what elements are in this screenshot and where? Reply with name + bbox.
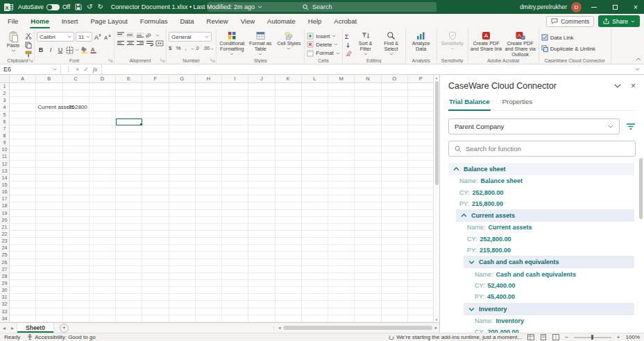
grid-cell-d24[interactable] (90, 245, 116, 252)
grid-cell-d19[interactable] (90, 210, 116, 217)
grid-cell-e6[interactable] (116, 119, 142, 125)
grid-cell-f27[interactable] (142, 266, 169, 273)
grid-cell-m26[interactable] (328, 259, 355, 266)
autosave-switch[interactable] (46, 4, 60, 10)
grid-cell-n17[interactable] (355, 195, 381, 202)
grid-cell-b18[interactable] (36, 202, 62, 209)
comments-button[interactable]: Comments (546, 16, 594, 27)
grid-cell-o7[interactable] (382, 125, 408, 132)
grid-cell-j29[interactable] (248, 280, 275, 287)
grid-cell-g7[interactable] (169, 125, 196, 132)
grid-cell-l24[interactable] (302, 245, 328, 252)
grid-cell-h6[interactable] (196, 119, 222, 125)
wrap-text-icon[interactable] (146, 40, 154, 46)
insert-cells-button[interactable]: Insert (307, 33, 336, 40)
grid-cell-c11[interactable] (63, 153, 90, 160)
grid-cell-o16[interactable] (382, 189, 408, 195)
zoom-out-button[interactable]: − (565, 334, 568, 340)
grid-cell-a3[interactable] (10, 97, 36, 104)
grid-cell-e22[interactable] (116, 231, 142, 238)
grid-cell-p9[interactable] (408, 139, 433, 146)
grid-cell-c31[interactable] (63, 294, 90, 301)
grid-cell-j32[interactable] (248, 301, 275, 308)
grid-cell-h3[interactable] (196, 97, 222, 104)
grid-cell-h28[interactable] (196, 273, 222, 280)
grid-cell-a7[interactable] (10, 125, 36, 132)
grid-cell-k13[interactable] (276, 168, 302, 175)
grid-cell-c10[interactable] (63, 146, 90, 153)
grid-cell-n14[interactable] (355, 175, 381, 182)
grid-cell-j34[interactable] (248, 315, 275, 322)
grid-cell-l28[interactable] (302, 273, 328, 280)
grid-cell-g33[interactable] (169, 308, 196, 315)
grid-cell-h33[interactable] (196, 308, 222, 315)
grid-cell-a31[interactable] (10, 294, 36, 301)
close-button[interactable]: × (627, 0, 644, 14)
grid-cell-j18[interactable] (248, 202, 275, 209)
duplicate-unlink-button[interactable]: Duplicate & Unlink (541, 44, 595, 53)
align-top-icon[interactable] (117, 32, 125, 38)
grid-cell-i21[interactable] (222, 224, 248, 231)
grid-cell-i8[interactable] (222, 132, 248, 139)
user-name[interactable]: dmitry.perelrukher (520, 3, 567, 10)
align-right-icon[interactable] (136, 40, 144, 46)
grid-cell-m4[interactable] (328, 104, 355, 111)
grid-cell-k3[interactable] (276, 97, 302, 104)
grid-cell-l6[interactable] (302, 119, 328, 125)
grid-cell-m34[interactable] (328, 315, 355, 322)
grid-cell-f29[interactable] (142, 280, 169, 287)
filter-icon[interactable] (626, 123, 636, 130)
grid-cell-c26[interactable] (63, 259, 90, 266)
grid-cell-o26[interactable] (382, 259, 408, 266)
grid-cell-j19[interactable] (248, 210, 275, 217)
grid-cell-m27[interactable] (328, 266, 355, 273)
grid-cell-b10[interactable] (36, 146, 62, 153)
grid-cell-j30[interactable] (248, 287, 275, 294)
formula-bar-expand-button[interactable] (631, 64, 644, 74)
minimize-button[interactable] (586, 0, 602, 14)
grid-cell-d8[interactable] (90, 132, 116, 139)
grid-cell-j25[interactable] (248, 252, 275, 259)
row-header-28[interactable]: 28 (0, 273, 10, 280)
grid-cell-m5[interactable] (328, 112, 355, 119)
tree-field-name-balance-sheet[interactable]: Name:Balance sheet (448, 175, 634, 186)
grid-cell-k14[interactable] (276, 175, 302, 182)
pane-collapse-icon[interactable] (614, 84, 621, 88)
clear-icon[interactable] (345, 50, 352, 56)
ribbon-tab-data[interactable]: Data (173, 15, 200, 28)
grid-cell-l27[interactable] (302, 266, 328, 273)
column-header-e[interactable]: E (116, 75, 142, 82)
grid-cell-p25[interactable] (408, 252, 433, 259)
formula-input[interactable] (102, 64, 631, 74)
grid-cell-p17[interactable] (408, 195, 433, 202)
row-header-19[interactable]: 19 (0, 210, 10, 217)
grid-cell-c9[interactable] (63, 139, 90, 146)
grid-cell-o34[interactable] (382, 315, 408, 322)
row-header-15[interactable]: 15 (0, 182, 10, 189)
grid-cell-n20[interactable] (355, 217, 381, 224)
grid-cell-n4[interactable] (355, 104, 381, 111)
column-header-b[interactable]: B (36, 75, 62, 82)
grid-cell-e31[interactable] (116, 294, 142, 301)
grid-cell-k15[interactable] (276, 182, 302, 189)
grid-cell-l17[interactable] (302, 195, 328, 202)
grid-cell-a15[interactable] (10, 182, 36, 189)
grid-cell-c19[interactable] (63, 210, 90, 217)
grid-cell-i3[interactable] (222, 97, 248, 104)
grid-cell-e1[interactable] (116, 83, 142, 90)
grid-cell-j14[interactable] (248, 175, 275, 182)
grid-cell-l29[interactable] (302, 280, 328, 287)
grid-cell-c7[interactable] (63, 125, 90, 132)
grid-cell-k11[interactable] (276, 153, 302, 160)
grid-cell-a2[interactable] (10, 90, 36, 97)
grid-cell-f1[interactable] (142, 83, 169, 90)
name-box[interactable]: E6 (0, 64, 61, 74)
function-search-input[interactable] (466, 145, 629, 152)
percent-button[interactable]: % (176, 44, 180, 52)
grid-cell-n8[interactable] (355, 132, 381, 139)
grid-cell-e8[interactable] (116, 132, 142, 139)
row-header-32[interactable]: 32 (0, 301, 10, 308)
grid-cell-o4[interactable] (382, 104, 408, 111)
grid-cell-k20[interactable] (276, 217, 302, 224)
grid-cell-n10[interactable] (355, 146, 381, 153)
